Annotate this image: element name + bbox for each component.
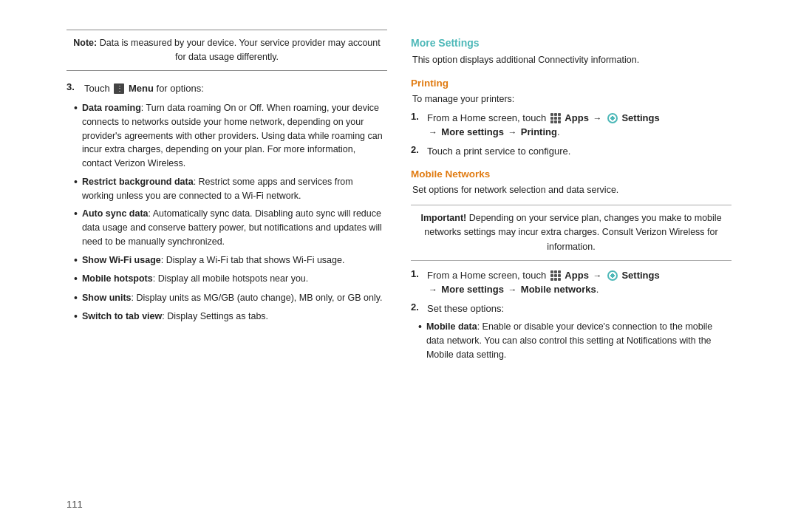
printing-label: Printing bbox=[521, 126, 557, 137]
list-item: Mobile hotspots: Display all mobile hots… bbox=[74, 272, 387, 287]
step-3-text: Touch bbox=[84, 83, 110, 94]
step-content: From a Home screen, touch Apps → Setting… bbox=[427, 111, 660, 140]
list-item: Restrict background data: Restrict some … bbox=[74, 175, 387, 203]
desc: : Display a Wi-Fi tab that shows Wi-Fi u… bbox=[161, 255, 345, 265]
arrow-icon: → bbox=[508, 284, 519, 295]
apps-icon bbox=[550, 113, 561, 123]
important-label: Important! bbox=[420, 213, 466, 223]
arrow-icon: → bbox=[429, 127, 440, 137]
note-text: Data is measured by your device. Your se… bbox=[97, 38, 381, 62]
term: Data roaming bbox=[82, 103, 141, 113]
menu-icon bbox=[114, 83, 124, 94]
printing-intro: To manage your printers: bbox=[411, 92, 732, 106]
apps-label: Apps bbox=[565, 270, 589, 281]
list-item: Auto sync data: Automatically sync data.… bbox=[74, 207, 387, 248]
step-3-number: 3. bbox=[66, 81, 80, 92]
step-num: 2. bbox=[411, 301, 423, 313]
term: Show Wi-Fi usage bbox=[82, 255, 161, 265]
arrow-icon: → bbox=[593, 270, 604, 281]
apps-icon bbox=[550, 270, 561, 281]
right-column: More Settings This option displays addit… bbox=[411, 30, 732, 502]
step-content: Set these options: bbox=[427, 301, 504, 316]
arrow-icon: → bbox=[508, 127, 519, 137]
step-num: 1. bbox=[411, 111, 423, 122]
left-column: Note: Data is measured by your device. Y… bbox=[66, 30, 387, 502]
settings-icon bbox=[607, 113, 618, 123]
note-box: Note: Data is measured by your device. Y… bbox=[66, 30, 387, 71]
printing-heading: Printing bbox=[411, 78, 732, 89]
mobile-networks-text: Set options for network selection and da… bbox=[411, 183, 732, 197]
term: Auto sync data bbox=[82, 208, 149, 219]
term: Switch to tab view bbox=[82, 311, 162, 321]
desc: : Display units as MG/GB (auto change), … bbox=[132, 293, 383, 303]
important-text: Depending on your service plan, changes … bbox=[424, 213, 721, 252]
mobile-networks-step-2: 2. Set these options: bbox=[411, 301, 732, 316]
term: Mobile data bbox=[426, 321, 477, 332]
more-settings-section: More Settings This option displays addit… bbox=[411, 30, 732, 72]
term: Mobile hotspots bbox=[82, 273, 153, 284]
mobile-networks-section: Mobile Networks Set options for network … bbox=[411, 163, 732, 366]
more-settings-label: More settings bbox=[441, 126, 504, 137]
important-box: Important! Depending on your service pla… bbox=[411, 205, 732, 261]
arrow-icon: → bbox=[429, 284, 440, 295]
settings-icon bbox=[607, 270, 618, 281]
step-num: 1. bbox=[411, 268, 423, 279]
page-container: Note: Data is measured by your device. Y… bbox=[44, 15, 754, 517]
menu-label: Menu bbox=[129, 83, 154, 94]
step-text-before: From a Home screen, touch bbox=[427, 112, 549, 123]
settings-label: Settings bbox=[621, 270, 659, 281]
mobile-networks-heading: Mobile Networks bbox=[411, 168, 732, 180]
list-item: Show Wi-Fi usage: Display a Wi-Fi tab th… bbox=[74, 253, 387, 268]
printing-step-2: 2. Touch a print service to configure. bbox=[411, 144, 732, 159]
term: Show units bbox=[82, 293, 132, 303]
list-item: Switch to tab view: Display Settings as … bbox=[74, 310, 387, 324]
period: . bbox=[596, 284, 599, 295]
printing-section: Printing To manage your printers: 1. Fro… bbox=[411, 72, 732, 163]
step-3-line: 3. Touch Menu for options: bbox=[66, 81, 387, 96]
note-label: Note: bbox=[73, 38, 97, 48]
step-text-before: From a Home screen, touch bbox=[427, 270, 549, 281]
apps-label: Apps bbox=[565, 112, 589, 123]
options-bullet-list: Data roaming: Turn data roaming On or Of… bbox=[74, 101, 387, 329]
more-settings-heading: More Settings bbox=[411, 37, 732, 49]
more-settings-label: More settings bbox=[441, 284, 504, 295]
step-content: Touch a print service to configure. bbox=[427, 144, 570, 159]
list-item: Mobile data: Enable or disable your devi… bbox=[418, 320, 732, 361]
printing-step-1: 1. From a Home screen, touch Apps → Sett… bbox=[411, 111, 732, 140]
more-settings-text: This option displays additional Connecti… bbox=[411, 53, 732, 67]
term: Restrict background data bbox=[82, 177, 194, 187]
period: . bbox=[557, 126, 560, 137]
mobile-networks-bullet-list: Mobile data: Enable or disable your devi… bbox=[418, 320, 732, 361]
arrow-icon: → bbox=[593, 113, 604, 123]
page-number: 111 bbox=[66, 499, 83, 510]
step-3-content: Touch Menu for options: bbox=[84, 81, 204, 96]
settings-label: Settings bbox=[621, 112, 659, 123]
desc: : Display Settings as tabs. bbox=[162, 311, 268, 321]
menu-suffix: for options: bbox=[154, 83, 204, 94]
list-item: Data roaming: Turn data roaming On or Of… bbox=[74, 101, 387, 171]
desc: : Display all mobile hotspots near you. bbox=[153, 273, 309, 284]
mobile-networks-label: Mobile networks bbox=[521, 284, 596, 295]
step-content: From a Home screen, touch Apps → Setting… bbox=[427, 268, 660, 297]
step-num: 2. bbox=[411, 144, 423, 155]
mobile-networks-step-1: 1. From a Home screen, touch Apps → Sett… bbox=[411, 268, 732, 297]
list-item: Show units: Display units as MG/GB (auto… bbox=[74, 291, 387, 306]
